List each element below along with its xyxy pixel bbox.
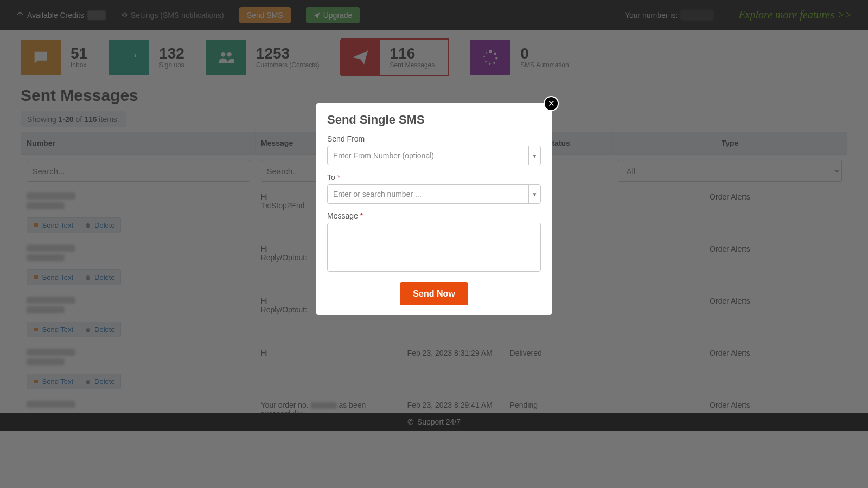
from-placeholder: Enter From Number (optional)	[328, 151, 528, 160]
from-select[interactable]: Enter From Number (optional) ▼	[327, 146, 541, 165]
from-label: Send From	[327, 134, 541, 143]
modal-title: Send Single SMS	[327, 113, 541, 127]
message-label: Message *	[327, 211, 541, 220]
to-placeholder: Enter or search number ...	[328, 190, 528, 198]
send-now-button[interactable]: Send Now	[400, 282, 468, 305]
to-label: To *	[327, 173, 541, 182]
send-sms-modal: ✕ Send Single SMS Send From Enter From N…	[316, 103, 552, 315]
chevron-down-icon: ▼	[528, 146, 540, 165]
chevron-down-icon: ▼	[528, 185, 540, 203]
message-textarea[interactable]	[327, 223, 541, 272]
close-icon[interactable]: ✕	[544, 96, 559, 111]
to-select[interactable]: Enter or search number ... ▼	[327, 184, 541, 204]
